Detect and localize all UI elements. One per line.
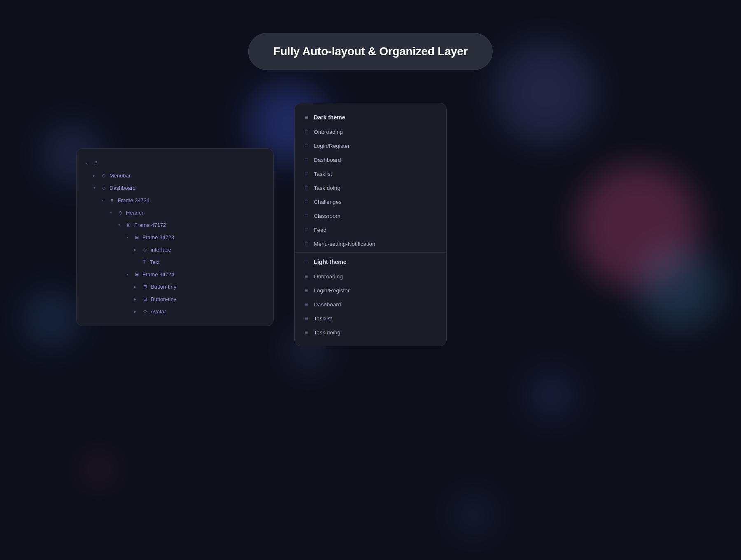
layer-label: interface <box>151 247 171 253</box>
layer-label: Frame 34723 <box>142 234 174 240</box>
dark-onbroading[interactable]: ≡ Onbroading <box>295 125 446 139</box>
arrow-icon <box>134 285 139 289</box>
layer-list-icon: ≡ <box>305 329 308 336</box>
layer-list-icon: ≡ <box>305 198 308 205</box>
light-login-register[interactable]: ≡ Login/Register <box>295 283 446 297</box>
item-label: Feed <box>314 227 326 233</box>
arrow-icon <box>110 210 114 215</box>
item-label: Onbroading <box>314 273 343 280</box>
item-label: Dashboard <box>314 157 341 163</box>
layer-list-icon: ≡ <box>305 128 308 135</box>
component-icon <box>100 184 107 191</box>
layer-label: Frame 34724 <box>118 197 149 203</box>
light-task-doing[interactable]: ≡ Task doing <box>295 325 446 339</box>
layer-list-icon: ≡ <box>305 273 308 280</box>
arrow-icon <box>85 161 90 165</box>
layer-label: Header <box>126 210 144 216</box>
chart-icon <box>125 222 132 228</box>
section-divider <box>295 252 446 253</box>
page-title: Fully Auto-layout & Organized Layer <box>273 45 468 58</box>
layer-label: Frame 47172 <box>134 222 166 228</box>
item-label: Task doing <box>314 185 340 191</box>
dark-task-doing[interactable]: ≡ Task doing <box>295 181 446 195</box>
layer-label: Frame 34724 <box>142 271 174 278</box>
layer-list-icon: ≡ <box>305 212 308 219</box>
layer-item-button-tiny-2[interactable]: Button-tiny <box>77 293 273 305</box>
arrow-icon <box>134 309 139 313</box>
layer-list-icon: ≡ <box>305 315 308 322</box>
layer-list-icon: ≡ <box>305 170 308 177</box>
layer-label: Dashboard <box>110 185 136 191</box>
layer-label: Menubar <box>110 173 130 179</box>
dark-theme-header: ≡ Dark theme <box>295 110 446 125</box>
dark-dashboard[interactable]: ≡ Dashboard <box>295 153 446 167</box>
section-icon: ≡ <box>305 114 308 121</box>
arrow-icon <box>126 272 131 276</box>
item-label: Onbroading <box>314 129 343 135</box>
arrow-icon <box>126 235 131 239</box>
layer-item-root[interactable] <box>77 157 273 169</box>
layer-item-menubar[interactable]: Menubar <box>77 169 273 182</box>
light-tasklist[interactable]: ≡ Tasklist <box>295 311 446 325</box>
layer-label: Text <box>150 259 160 265</box>
component-icon <box>100 172 107 179</box>
frame-icon <box>92 160 99 166</box>
layer-label: Button-tiny <box>151 284 176 290</box>
light-theme-label: Light theme <box>314 259 346 265</box>
dark-login-register[interactable]: ≡ Login/Register <box>295 139 446 153</box>
item-label: Tasklist <box>314 315 332 322</box>
chart-icon <box>133 271 140 278</box>
dark-challenges[interactable]: ≡ Challenges <box>295 195 446 209</box>
item-label: Login/Register <box>314 287 350 294</box>
light-onbroading[interactable]: ≡ Onbroading <box>295 269 446 283</box>
dark-menu-setting-notification[interactable]: ≡ Menu-setting-Notification <box>295 237 446 251</box>
item-label: Challenges <box>314 199 342 205</box>
layer-item-interface[interactable]: interface <box>77 243 273 256</box>
chart-icon <box>142 296 148 302</box>
text-icon <box>141 259 147 265</box>
dark-theme-label: Dark theme <box>314 114 345 121</box>
layer-list-icon: ≡ <box>305 142 308 149</box>
layer-item-frame-47172[interactable]: Frame 47172 <box>77 219 273 231</box>
component-icon <box>117 209 124 216</box>
arrow-icon <box>118 223 123 227</box>
layer-list-icon: ≡ <box>305 184 308 191</box>
item-label: Tasklist <box>314 171 332 177</box>
layer-list-icon: ≡ <box>305 226 308 233</box>
layer-item-frame-34724-1[interactable]: Frame 34724 <box>77 194 273 206</box>
arrow-icon <box>134 247 139 252</box>
section-icon <box>109 197 115 203</box>
dark-tasklist[interactable]: ≡ Tasklist <box>295 167 446 181</box>
light-theme-header: ≡ Light theme <box>295 254 446 269</box>
item-label: Login/Register <box>314 143 350 149</box>
layer-list-icon: ≡ <box>305 287 308 294</box>
left-panel-layer-tree: Menubar Dashboard Frame 34724 Header Fra… <box>76 148 274 326</box>
layer-item-dashboard[interactable]: Dashboard <box>77 182 273 194</box>
right-panel-layer-list: ≡ Dark theme ≡ Onbroading ≡ Login/Regist… <box>294 103 447 346</box>
layer-item-avatar[interactable]: Avatar <box>77 305 273 317</box>
light-dashboard[interactable]: ≡ Dashboard <box>295 297 446 311</box>
item-label: Dashboard <box>314 301 341 308</box>
arrow-icon <box>101 198 106 202</box>
item-label: Menu-setting-Notification <box>314 241 375 247</box>
layer-label: Avatar <box>151 308 166 315</box>
layer-item-frame-34724-2[interactable]: Frame 34724 <box>77 268 273 280</box>
layer-item-frame-34723[interactable]: Frame 34723 <box>77 231 273 243</box>
dark-classroom[interactable]: ≡ Classroom <box>295 209 446 223</box>
layer-list-icon: ≡ <box>305 301 308 308</box>
main-container: Fully Auto-layout & Organized Layer Menu… <box>0 0 741 560</box>
dark-feed[interactable]: ≡ Feed <box>295 223 446 237</box>
arrow-icon <box>93 173 98 177</box>
component-icon <box>142 308 148 315</box>
section-icon: ≡ <box>305 259 308 265</box>
layer-label: Button-tiny <box>151 296 176 302</box>
arrow-icon <box>134 297 139 301</box>
layer-item-header[interactable]: Header <box>77 206 273 219</box>
layer-item-text[interactable]: Text <box>77 256 273 268</box>
layer-item-button-tiny-1[interactable]: Button-tiny <box>77 280 273 293</box>
component-icon <box>142 246 148 253</box>
chart-icon <box>142 283 148 290</box>
layer-list-icon: ≡ <box>305 156 308 163</box>
chart-icon <box>133 234 140 240</box>
arrow-icon <box>93 186 98 190</box>
